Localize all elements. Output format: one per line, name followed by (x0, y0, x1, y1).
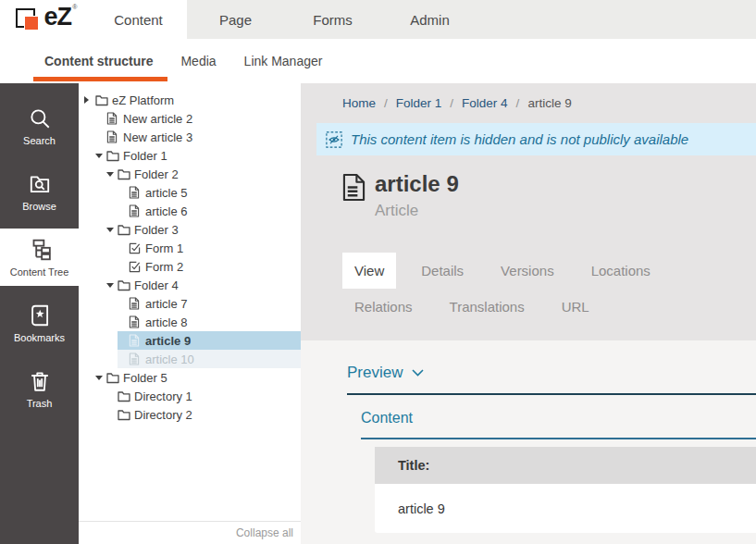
sidebar-item[interactable]: Search (0, 97, 79, 155)
tree-item[interactable]: article 10 (118, 350, 301, 368)
alert-text: This content item is hidden and is not p… (351, 131, 688, 147)
preview-section-toggle[interactable]: Preview (347, 364, 756, 395)
tree-expander-icon[interactable] (106, 228, 118, 232)
sidebar-item[interactable]: Browse (0, 163, 79, 220)
sidebar-item[interactable]: Content Tree (0, 229, 79, 286)
article-icon (106, 112, 121, 125)
tree-item[interactable]: New article 3 (95, 128, 301, 146)
sub-nav-item[interactable]: Content structure (44, 39, 153, 83)
tree-item[interactable]: article 8 (118, 313, 301, 331)
content-tab-label: Relations (354, 299, 413, 315)
logo-registered-mark: ® (72, 4, 77, 10)
content-tab[interactable]: Versions (489, 253, 566, 289)
article-type-icon (342, 173, 366, 248)
breadcrumb-link[interactable]: Home (342, 96, 376, 110)
tree-item[interactable]: article 6 (118, 202, 301, 220)
tree-item-label: eZ Platform (112, 93, 174, 107)
form-icon (129, 242, 143, 254)
sub-nav-item[interactable]: Link Manager (244, 39, 323, 83)
tree-item-label: Form 2 (145, 260, 183, 274)
content-tab[interactable]: Locations (579, 253, 663, 289)
tree-expander-icon[interactable] (84, 96, 95, 104)
breadcrumb-current: article 9 (527, 96, 571, 110)
breadcrumb-separator: / (516, 96, 520, 110)
tree-item[interactable]: article 9 (118, 331, 301, 350)
content-tab[interactable]: Details (409, 253, 476, 289)
article-icon (129, 297, 143, 310)
tree-item[interactable]: Form 1 (118, 239, 301, 257)
tree-expander-icon[interactable] (95, 376, 106, 380)
tree-footer: Collapse all (79, 521, 301, 544)
tree-item-label: New article 3 (123, 130, 192, 144)
tree-item[interactable]: Directory 2 (106, 405, 301, 424)
logo-block[interactable]: eZ ® (0, 0, 90, 39)
breadcrumb-link[interactable]: Folder 4 (462, 96, 508, 110)
main-nav-tab-label: Forms (313, 12, 353, 28)
main-nav-tab[interactable]: Content (90, 0, 187, 39)
main-panel: Home / Folder 1 / Folder 4 / article 9 T… (301, 83, 756, 544)
folder-icon (118, 390, 132, 402)
browse-icon (28, 172, 52, 196)
logo-square-orange (24, 16, 39, 31)
content-tabs: View Details Versions Locations Relation… (301, 248, 756, 340)
tree-expander-icon[interactable] (106, 172, 118, 177)
tree-item[interactable]: eZ Platform (84, 91, 301, 109)
main-nav-tabs: Content Page Forms Admin (90, 0, 478, 39)
tree-item-label: Folder 4 (134, 278, 179, 292)
main-nav-tab-label: Content (114, 12, 163, 28)
breadcrumb-link[interactable]: Folder 1 (396, 96, 442, 110)
sidebar-item-label: Search (23, 135, 56, 146)
main-nav-tab[interactable]: Admin (381, 0, 478, 39)
content-tree-panel: eZ Platform New article 2 New article 3 … (79, 83, 301, 544)
tree-item[interactable]: New article 2 (95, 109, 301, 128)
tree-item-label: article 5 (145, 186, 188, 200)
tree-expander-icon[interactable] (95, 154, 106, 158)
article-icon (106, 130, 121, 143)
view-tab-content: Preview Content Title: article 9 (301, 340, 756, 544)
sub-nav: Content structure Media Link Manager (0, 39, 756, 83)
tree-item[interactable]: Folder 5 (95, 368, 301, 387)
sub-nav-item-label: Content structure (44, 54, 153, 68)
chevron-down-icon (412, 369, 424, 377)
sidebar-item[interactable]: Trash (0, 360, 79, 417)
content-tab[interactable]: Translations (438, 289, 537, 325)
tree-item-label: Directory 1 (134, 389, 192, 403)
form-icon (129, 261, 143, 273)
tree-item-label: article 9 (145, 334, 191, 348)
tree-item[interactable]: Folder 3 (106, 220, 301, 239)
tree-item[interactable]: Folder 2 (106, 165, 301, 183)
article-icon (129, 186, 143, 199)
tree-item[interactable]: article 5 (118, 183, 301, 202)
content-tab[interactable]: URL (550, 289, 601, 325)
main-nav-tab[interactable]: Forms (284, 0, 381, 39)
content-tab-label: URL (562, 299, 589, 315)
article-icon (129, 334, 143, 347)
tree-item-label: article 6 (145, 204, 188, 218)
hidden-content-alert: This content item is hidden and is not p… (316, 123, 756, 155)
tree-item[interactable]: Form 2 (118, 257, 301, 276)
field-value-row: article 9 (375, 484, 756, 533)
tree-expander-icon[interactable] (106, 283, 118, 288)
breadcrumb-separator: / (450, 96, 453, 110)
tree-item[interactable]: Folder 4 (106, 276, 301, 294)
main-nav-tab-label: Admin (410, 12, 450, 28)
content-tab-label: View (354, 263, 384, 278)
main-nav-tab[interactable]: Page (187, 0, 284, 39)
sub-nav-item[interactable]: Media (180, 39, 216, 83)
breadcrumb-separator: / (384, 96, 388, 110)
sidebar-item[interactable]: Bookmarks (0, 294, 79, 352)
tree-item-label: Folder 3 (134, 223, 179, 237)
tree-item[interactable]: Directory 1 (106, 387, 301, 405)
article-icon (129, 315, 143, 328)
top-bar: eZ ® Content Page Forms Admin (0, 0, 756, 39)
content-tab[interactable]: Relations (342, 289, 425, 325)
field-label-row: Title: (375, 447, 756, 484)
content-tab[interactable]: View (342, 253, 396, 289)
tree-item[interactable]: Folder 1 (95, 146, 301, 165)
ez-logo: eZ ® (16, 6, 75, 33)
article-icon (129, 204, 143, 217)
tree-item[interactable]: article 7 (118, 294, 301, 313)
field-label: Title: (398, 458, 429, 473)
sub-nav-item-label: Media (180, 54, 216, 68)
collapse-all-button[interactable]: Collapse all (236, 526, 293, 539)
